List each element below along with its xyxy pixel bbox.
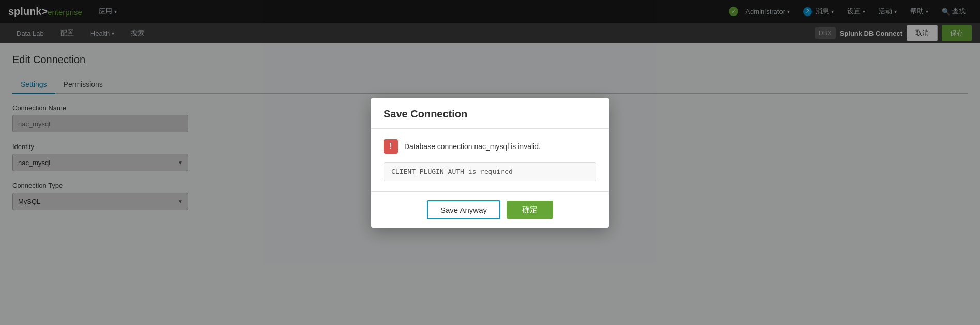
- error-code-box: CLIENT_PLUGIN_AUTH is required: [384, 162, 596, 181]
- modal-body: Database connection nac_mysql is invalid…: [371, 129, 609, 191]
- modal-footer: Save Anyway 确定: [371, 191, 609, 228]
- error-row: Database connection nac_mysql is invalid…: [384, 139, 596, 154]
- save-connection-modal: Save Connection Database connection nac_…: [371, 98, 609, 228]
- modal-overlay: Save Connection Database connection nac_…: [0, 0, 980, 325]
- modal-header: Save Connection: [371, 98, 609, 129]
- save-anyway-button[interactable]: Save Anyway: [427, 200, 500, 219]
- confirm-button[interactable]: 确定: [507, 201, 553, 219]
- error-message: Database connection nac_mysql is invalid…: [404, 142, 541, 151]
- modal-title: Save Connection: [384, 108, 596, 120]
- error-icon: [384, 139, 398, 154]
